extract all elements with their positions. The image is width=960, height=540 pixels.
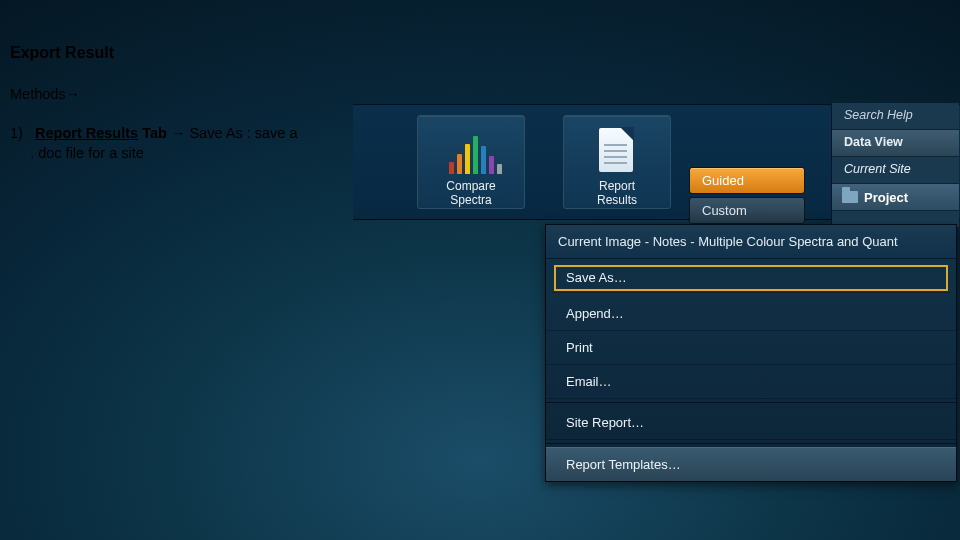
folder-icon [842,191,858,203]
tab-current-site[interactable]: Current Site [832,157,959,184]
report-icon [591,126,643,174]
slide-title: Export Result [10,44,114,62]
right-tab-strip: Search Help Data View Current Site Proje… [831,103,959,227]
search-help-link[interactable]: Search Help [832,103,959,130]
menu-site-report[interactable]: Site Report… [546,406,956,440]
menu-header: Current Image - Notes - Multiple Colour … [546,225,956,259]
tab-data-view[interactable]: Data View [832,130,959,157]
project-label: Project [864,190,908,205]
menu-save-as[interactable]: Save As… [552,263,950,293]
menu-report-templates[interactable]: Report Templates… [546,447,956,481]
menu-email[interactable]: Email… [546,365,956,399]
bullet-number: 1) [10,125,23,141]
compare-spectra-button[interactable]: Compare Spectra [417,115,525,209]
report-results-label: Report Results [564,180,670,208]
report-results-menu: Current Image - Notes - Multiple Colour … [545,224,957,482]
compare-spectra-label: Compare Spectra [418,180,524,208]
bullet-arrow: → [171,125,186,141]
bullet-1: 1) Report Results Tab → Save As : save a… [10,124,297,163]
tab-project[interactable]: Project [832,184,959,211]
menu-separator [546,402,956,403]
methods-label: Methods→ [10,86,80,102]
menu-separator-2 [546,443,956,444]
bullet-tab: Tab [138,125,171,141]
guided-button[interactable]: Guided [689,167,805,194]
bullet-rest2: . doc file for a site [30,145,144,161]
bullet-rest1: Save As : save a [185,125,297,141]
report-results-button[interactable]: Report Results [563,115,671,209]
menu-print[interactable]: Print [546,331,956,365]
bullet-rr: Report Results [35,125,138,141]
menu-append[interactable]: Append… [546,297,956,331]
spectra-icon [445,126,497,174]
custom-button[interactable]: Custom [689,197,805,224]
